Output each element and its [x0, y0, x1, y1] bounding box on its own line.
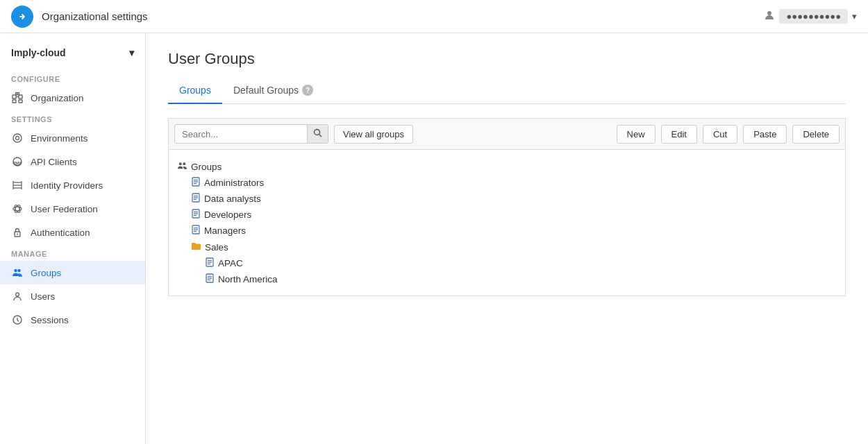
search-wrapper [174, 124, 328, 144]
search-button[interactable] [307, 125, 328, 143]
svg-point-10 [16, 137, 19, 140]
app-title: Organizational settings [42, 10, 148, 22]
tree-node-apac[interactable]: APAC [202, 255, 840, 271]
tree-label-managers: Managers [204, 225, 246, 236]
tree-label-sales: Sales [205, 242, 228, 253]
cut-button[interactable]: Cut [703, 125, 737, 144]
sidebar-item-environments[interactable]: Environments [0, 126, 145, 150]
sidebar-label-authentication: Authentication [31, 228, 90, 238]
tree-node-managers[interactable]: Managers [188, 223, 840, 239]
svg-point-9 [13, 134, 22, 142]
groups-root-icon [177, 160, 187, 173]
edit-button[interactable]: Edit [661, 125, 697, 144]
page-title: User Groups [168, 50, 846, 68]
org-name: Imply-cloud [11, 47, 66, 58]
tabs-bar: Groups Default Groups ? [168, 79, 846, 104]
new-button[interactable]: New [617, 125, 656, 144]
paste-button[interactable]: Paste [743, 125, 787, 144]
sidebar-item-authentication[interactable]: Authentication [0, 221, 145, 244]
default-groups-help-icon: ? [302, 85, 313, 96]
svg-rect-4 [19, 95, 22, 99]
svg-point-11 [13, 157, 22, 166]
sidebar-item-sessions[interactable]: Sessions [0, 308, 145, 332]
search-input[interactable] [175, 126, 307, 143]
section-configure: Configure [0, 69, 145, 86]
api-clients-icon [11, 155, 24, 168]
doc-icon-north-america [205, 273, 215, 285]
sidebar-item-groups[interactable]: Groups [0, 261, 145, 284]
tree-node-north-america[interactable]: North America [202, 271, 840, 287]
svg-point-1 [767, 11, 771, 15]
tree-children-root: Administrators Data analysts [174, 175, 840, 287]
sidebar-item-api-clients[interactable]: API Clients [0, 150, 145, 173]
tree-root-node: Groups Administrators [174, 155, 840, 290]
identity-providers-icon [11, 179, 24, 191]
tree-label-developers: Developers [204, 210, 251, 220]
doc-icon-administrators [191, 177, 201, 189]
tab-groups[interactable]: Groups [168, 79, 222, 104]
folder-icon-sales [191, 241, 201, 253]
org-selector[interactable]: Imply-cloud ▾ [0, 44, 145, 69]
user-federation-icon [11, 203, 24, 215]
sidebar-label-api-clients: API Clients [31, 157, 77, 167]
sidebar-label-organization: Organization [31, 93, 84, 103]
tree-label-north-america: North America [218, 274, 278, 284]
svg-rect-3 [12, 100, 16, 103]
user-icon [764, 10, 775, 24]
tab-default-groups[interactable]: Default Groups ? [222, 79, 324, 104]
sidebar-label-environments: Environments [31, 133, 88, 144]
sidebar-label-user-federation: User Federation [31, 204, 98, 214]
svg-rect-2 [12, 95, 16, 99]
section-manage: Manage [0, 244, 145, 261]
authentication-icon [11, 226, 24, 239]
users-icon [11, 290, 24, 302]
svg-point-23 [17, 269, 20, 272]
doc-icon-apac [205, 257, 215, 269]
tree-children-sales: APAC North America [188, 255, 840, 287]
user-name-label[interactable]: ●●●●●●●●●● [779, 9, 848, 24]
sidebar-label-sessions: Sessions [31, 315, 69, 325]
environments-icon [11, 132, 24, 144]
tree-label-administrators: Administrators [204, 178, 264, 188]
sidebar-item-user-federation[interactable]: User Federation [0, 197, 145, 221]
topbar: Organizational settings ●●●●●●●●●● ▾ [0, 0, 868, 33]
svg-point-29 [183, 162, 185, 165]
tree-label-apac: APAC [218, 258, 243, 268]
sidebar: Imply-cloud ▾ Configure Organization Set… [0, 33, 146, 444]
doc-icon-managers [191, 225, 201, 237]
sessions-icon [11, 314, 24, 326]
view-all-groups-button[interactable]: View all groups [334, 125, 413, 144]
sidebar-item-users[interactable]: Users [0, 284, 145, 308]
sidebar-label-users: Users [31, 291, 55, 302]
tree-node-developers[interactable]: Developers [188, 207, 840, 223]
svg-rect-5 [19, 100, 22, 103]
main-layout: Imply-cloud ▾ Configure Organization Set… [0, 33, 868, 444]
tree-label-data-analysts: Data analysts [204, 194, 261, 204]
doc-icon-data-analysts [191, 193, 201, 205]
svg-line-27 [319, 135, 322, 137]
doc-icon-developers [191, 209, 201, 221]
app-logo[interactable] [11, 6, 33, 28]
section-settings-label: Settings [0, 110, 145, 126]
svg-point-28 [179, 162, 182, 165]
sidebar-item-organization[interactable]: Organization [0, 86, 145, 110]
user-dropdown-icon: ▾ [852, 11, 857, 22]
groups-tree: Groups Administrators [168, 149, 846, 296]
org-dropdown-icon: ▾ [129, 47, 134, 58]
svg-point-24 [16, 293, 19, 296]
tree-root-groups[interactable]: Groups [174, 158, 840, 175]
svg-point-26 [315, 130, 320, 135]
tree-root-label: Groups [191, 162, 222, 172]
tree-node-data-analysts[interactable]: Data analysts [188, 191, 840, 207]
sidebar-item-identity-providers[interactable]: Identity Providers [0, 173, 145, 197]
content-area: User Groups Groups Default Groups ? [146, 33, 868, 444]
user-menu[interactable]: ●●●●●●●●●● ▾ [764, 9, 857, 24]
delete-button[interactable]: Delete [792, 125, 840, 144]
svg-point-22 [14, 269, 17, 272]
tree-node-sales[interactable]: Sales [188, 239, 840, 255]
svg-point-21 [17, 234, 18, 235]
groups-icon [11, 266, 24, 279]
org-icon [11, 92, 24, 104]
tree-node-administrators[interactable]: Administrators [188, 175, 840, 191]
sidebar-label-identity-providers: Identity Providers [31, 180, 103, 191]
